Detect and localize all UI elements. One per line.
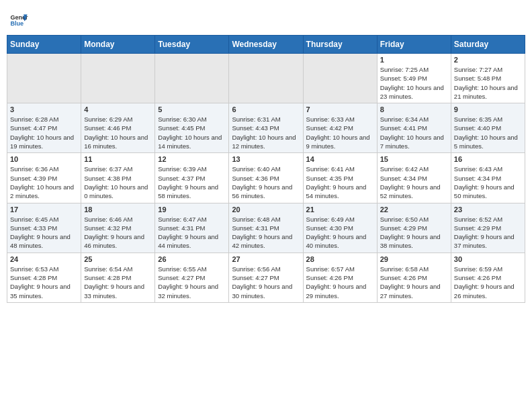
- day-number: 19: [158, 205, 226, 214]
- day-number: 10: [10, 155, 78, 163]
- day-number: 2: [454, 56, 522, 64]
- calendar-week-1: 1Sunrise: 7:25 AM Sunset: 5:49 PM Daylig…: [7, 54, 525, 103]
- day-number: 20: [232, 205, 300, 214]
- calendar-cell: 6Sunrise: 6:31 AM Sunset: 4:43 PM Daylig…: [229, 103, 303, 153]
- day-info: Sunrise: 6:50 AM Sunset: 4:29 PM Dayligh…: [380, 215, 448, 250]
- day-number: 11: [84, 155, 152, 163]
- day-number: 4: [84, 105, 152, 113]
- day-number: 13: [232, 155, 300, 163]
- day-info: Sunrise: 6:37 AM Sunset: 4:38 PM Dayligh…: [84, 165, 152, 200]
- calendar-cell: 15Sunrise: 6:42 AM Sunset: 4:34 PM Dayli…: [377, 153, 451, 203]
- day-number: 24: [10, 255, 78, 263]
- calendar-cell: 24Sunrise: 6:53 AM Sunset: 4:28 PM Dayli…: [7, 253, 81, 302]
- calendar-cell: 12Sunrise: 6:39 AM Sunset: 4:37 PM Dayli…: [155, 153, 229, 203]
- calendar-week-3: 10Sunrise: 6:36 AM Sunset: 4:39 PM Dayli…: [7, 153, 525, 203]
- day-number: 25: [84, 255, 152, 263]
- calendar-cell: 11Sunrise: 6:37 AM Sunset: 4:38 PM Dayli…: [81, 153, 155, 203]
- day-info: Sunrise: 6:45 AM Sunset: 4:33 PM Dayligh…: [10, 215, 78, 250]
- calendar-cell: 5Sunrise: 6:30 AM Sunset: 4:45 PM Daylig…: [155, 103, 229, 153]
- day-number: 28: [306, 255, 374, 263]
- calendar-cell: 9Sunrise: 6:35 AM Sunset: 4:40 PM Daylig…: [451, 103, 525, 153]
- day-info: Sunrise: 6:55 AM Sunset: 4:27 PM Dayligh…: [158, 265, 226, 300]
- day-info: Sunrise: 6:28 AM Sunset: 4:47 PM Dayligh…: [10, 115, 78, 150]
- calendar-cell: 4Sunrise: 6:29 AM Sunset: 4:46 PM Daylig…: [81, 103, 155, 153]
- calendar-cell: [7, 54, 81, 103]
- logo-icon: General Blue: [9, 11, 28, 30]
- day-number: 16: [454, 155, 522, 163]
- day-info: Sunrise: 6:35 AM Sunset: 4:40 PM Dayligh…: [454, 115, 522, 150]
- calendar-cell: 3Sunrise: 6:28 AM Sunset: 4:47 PM Daylig…: [7, 103, 81, 153]
- calendar-cell: 29Sunrise: 6:58 AM Sunset: 4:26 PM Dayli…: [377, 253, 451, 302]
- day-info: Sunrise: 6:36 AM Sunset: 4:39 PM Dayligh…: [10, 165, 78, 200]
- day-number: 27: [232, 255, 300, 263]
- day-number: 21: [306, 205, 374, 214]
- day-info: Sunrise: 6:33 AM Sunset: 4:42 PM Dayligh…: [306, 115, 374, 150]
- day-number: 14: [306, 155, 374, 163]
- day-header-thursday: Thursday: [303, 36, 377, 54]
- day-info: Sunrise: 6:39 AM Sunset: 4:37 PM Dayligh…: [158, 165, 226, 200]
- calendar-cell: [155, 54, 229, 103]
- day-number: 6: [232, 105, 300, 113]
- calendar-cell: 28Sunrise: 6:57 AM Sunset: 4:26 PM Dayli…: [303, 253, 377, 302]
- calendar-cell: 27Sunrise: 6:56 AM Sunset: 4:27 PM Dayli…: [229, 253, 303, 302]
- day-header-tuesday: Tuesday: [155, 36, 229, 54]
- day-info: Sunrise: 6:54 AM Sunset: 4:28 PM Dayligh…: [84, 265, 152, 300]
- day-number: 30: [454, 255, 522, 263]
- calendar-cell: 10Sunrise: 6:36 AM Sunset: 4:39 PM Dayli…: [7, 153, 81, 203]
- calendar-cell: 26Sunrise: 6:55 AM Sunset: 4:27 PM Dayli…: [155, 253, 229, 302]
- calendar-cell: 1Sunrise: 7:25 AM Sunset: 5:49 PM Daylig…: [377, 54, 451, 103]
- logo: General Blue: [9, 11, 28, 30]
- day-info: Sunrise: 6:48 AM Sunset: 4:31 PM Dayligh…: [232, 215, 300, 250]
- day-info: Sunrise: 6:30 AM Sunset: 4:45 PM Dayligh…: [158, 115, 226, 150]
- day-header-monday: Monday: [81, 36, 155, 54]
- day-header-saturday: Saturday: [451, 36, 525, 54]
- day-info: Sunrise: 6:43 AM Sunset: 4:34 PM Dayligh…: [454, 165, 522, 200]
- day-info: Sunrise: 6:49 AM Sunset: 4:30 PM Dayligh…: [306, 215, 374, 250]
- calendar-header-row: SundayMondayTuesdayWednesdayThursdayFrid…: [7, 36, 525, 54]
- calendar-cell: [81, 54, 155, 103]
- day-info: Sunrise: 7:27 AM Sunset: 5:48 PM Dayligh…: [454, 65, 522, 101]
- svg-text:Blue: Blue: [10, 20, 24, 27]
- day-info: Sunrise: 6:53 AM Sunset: 4:28 PM Dayligh…: [10, 265, 78, 300]
- day-info: Sunrise: 6:31 AM Sunset: 4:43 PM Dayligh…: [232, 115, 300, 150]
- calendar-cell: [229, 54, 303, 103]
- day-number: 17: [10, 205, 78, 214]
- calendar-cell: 25Sunrise: 6:54 AM Sunset: 4:28 PM Dayli…: [81, 253, 155, 302]
- calendar-cell: 16Sunrise: 6:43 AM Sunset: 4:34 PM Dayli…: [451, 153, 525, 203]
- calendar-week-4: 17Sunrise: 6:45 AM Sunset: 4:33 PM Dayli…: [7, 203, 525, 253]
- day-info: Sunrise: 6:47 AM Sunset: 4:31 PM Dayligh…: [158, 215, 226, 250]
- day-number: 22: [380, 205, 448, 214]
- day-number: 9: [454, 105, 522, 113]
- day-number: 29: [380, 255, 448, 263]
- day-number: 8: [380, 105, 448, 113]
- day-info: Sunrise: 6:56 AM Sunset: 4:27 PM Dayligh…: [232, 265, 300, 300]
- calendar-cell: [303, 54, 377, 103]
- calendar-cell: 21Sunrise: 6:49 AM Sunset: 4:30 PM Dayli…: [303, 203, 377, 253]
- calendar-table: SundayMondayTuesdayWednesdayThursdayFrid…: [7, 35, 525, 303]
- day-header-wednesday: Wednesday: [229, 36, 303, 54]
- day-number: 26: [158, 255, 226, 263]
- day-info: Sunrise: 6:29 AM Sunset: 4:46 PM Dayligh…: [84, 115, 152, 150]
- day-info: Sunrise: 6:58 AM Sunset: 4:26 PM Dayligh…: [380, 265, 448, 300]
- calendar-cell: 7Sunrise: 6:33 AM Sunset: 4:42 PM Daylig…: [303, 103, 377, 153]
- day-number: 15: [380, 155, 448, 163]
- day-info: Sunrise: 6:40 AM Sunset: 4:36 PM Dayligh…: [232, 165, 300, 200]
- calendar-cell: 22Sunrise: 6:50 AM Sunset: 4:29 PM Dayli…: [377, 203, 451, 253]
- calendar-cell: 14Sunrise: 6:41 AM Sunset: 4:35 PM Dayli…: [303, 153, 377, 203]
- day-info: Sunrise: 6:52 AM Sunset: 4:29 PM Dayligh…: [454, 215, 522, 250]
- calendar-cell: 20Sunrise: 6:48 AM Sunset: 4:31 PM Dayli…: [229, 203, 303, 253]
- calendar-cell: 19Sunrise: 6:47 AM Sunset: 4:31 PM Dayli…: [155, 203, 229, 253]
- day-number: 1: [380, 56, 448, 64]
- calendar-cell: 8Sunrise: 6:34 AM Sunset: 4:41 PM Daylig…: [377, 103, 451, 153]
- day-number: 5: [158, 105, 226, 113]
- day-info: Sunrise: 6:57 AM Sunset: 4:26 PM Dayligh…: [306, 265, 374, 300]
- calendar-cell: 23Sunrise: 6:52 AM Sunset: 4:29 PM Dayli…: [451, 203, 525, 253]
- day-header-friday: Friday: [377, 36, 451, 54]
- day-number: 7: [306, 105, 374, 113]
- calendar-week-2: 3Sunrise: 6:28 AM Sunset: 4:47 PM Daylig…: [7, 103, 525, 153]
- day-number: 3: [10, 105, 78, 113]
- day-number: 12: [158, 155, 226, 163]
- day-header-sunday: Sunday: [7, 36, 81, 54]
- calendar-cell: 30Sunrise: 6:59 AM Sunset: 4:26 PM Dayli…: [451, 253, 525, 302]
- calendar-cell: 18Sunrise: 6:46 AM Sunset: 4:32 PM Dayli…: [81, 203, 155, 253]
